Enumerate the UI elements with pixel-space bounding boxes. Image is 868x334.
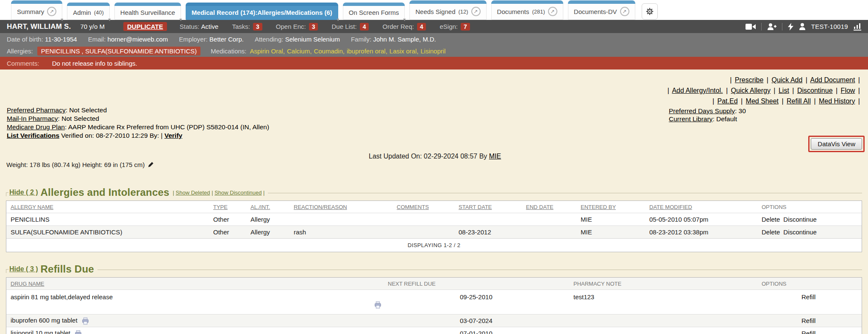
tab-medical-record[interactable]: Medical Record (174):Allergies/Medicatio… xyxy=(186,3,338,20)
tab-documents[interactable]: Documents (281) ↗ xyxy=(491,0,563,20)
status-label: Status: xyxy=(180,23,200,30)
allergy-type: Other xyxy=(209,214,246,224)
refill-row: lisinopril 10 mg tablet 07-01-2010 Refil… xyxy=(6,327,862,334)
tab-admin-count: (40) xyxy=(94,9,104,16)
medication-link[interactable]: Calcium, xyxy=(287,47,312,55)
pharmacy-note xyxy=(569,320,757,322)
tab-summary[interactable]: Summary ↗ xyxy=(11,0,62,20)
tasks-count-badge[interactable]: 3 xyxy=(253,23,262,31)
col-date-modified[interactable]: DATE MODIFIED xyxy=(649,204,692,210)
allergy-end-date xyxy=(522,218,576,221)
gears-icon xyxy=(645,7,654,16)
allergy-start-date xyxy=(454,218,522,221)
discontinue-link[interactable]: Discontinue xyxy=(783,216,816,223)
col-al-int[interactable]: AL./INT. xyxy=(250,204,270,210)
refills-section: Hide ( 3 ) Refills Due DRUG NAME NEXT RE… xyxy=(6,263,862,334)
comments-label: Comments: xyxy=(7,60,39,67)
allergies-badge[interactable]: PENICILLINS , SULFA(SULFONAMIDE ANTIBIOT… xyxy=(37,47,201,56)
col-options: OPTIONS xyxy=(762,204,787,210)
status-value: Active xyxy=(201,23,219,30)
separator: | xyxy=(173,189,174,196)
family-label: Family: xyxy=(351,36,371,43)
print-icon[interactable] xyxy=(75,330,82,334)
external-link-icon[interactable]: ↗ xyxy=(47,7,56,16)
order-req-label: Order Req: xyxy=(382,23,414,30)
show-deleted-link[interactable]: Show Deleted xyxy=(176,189,210,196)
tab-settings-button[interactable] xyxy=(642,3,658,19)
col-comments[interactable]: COMMENTS xyxy=(397,204,429,210)
order-req-count-badge[interactable]: 4 xyxy=(417,23,426,31)
allergies-hide-link[interactable]: Hide ( 2 ) xyxy=(9,189,38,196)
show-discontinued-link[interactable]: Show Discontinued xyxy=(214,189,262,196)
col-entered-by[interactable]: ENTERED BY xyxy=(581,204,616,210)
delete-link[interactable]: Delete xyxy=(762,216,780,223)
refill-link[interactable]: Refill xyxy=(801,330,815,334)
col-end-date[interactable]: END DATE xyxy=(526,204,554,210)
open-enc-label: Open Enc: xyxy=(276,23,306,30)
tab-needs-signed-count: (12) xyxy=(458,8,468,15)
tab-needs-signed-label: Needs Signed xyxy=(415,8,455,15)
medication-link[interactable]: Lisinopril xyxy=(420,47,445,55)
chart-icon[interactable] xyxy=(854,23,861,31)
tab-needs-signed[interactable]: Needs Signed (12) ↗ xyxy=(409,0,486,20)
medication-link[interactable]: ibuprofen oral, xyxy=(347,47,387,55)
external-link-icon[interactable]: ↗ xyxy=(620,7,629,16)
medication-link[interactable]: Lasix oral, xyxy=(389,47,418,55)
col-allergy-name[interactable]: ALLERGY NAME xyxy=(11,204,53,210)
allergy-alint: Allergy xyxy=(246,214,289,224)
tab-documents-dv-label: Documents-DV xyxy=(574,8,617,15)
add-person-icon[interactable] xyxy=(767,23,776,31)
refill-row: ibuprofen 600 mg tablet 03-07-2024 Refil… xyxy=(6,314,862,327)
allergies-section-title: Allergies and Intolerances xyxy=(41,186,170,198)
tab-admin[interactable]: Admin (40) xyxy=(67,3,110,20)
discontinue-link[interactable]: Discontinue xyxy=(783,228,816,236)
demographics-bar: Date of birth: 11-30-1954 Email: horner@… xyxy=(0,33,868,45)
allergy-end-date xyxy=(522,231,576,234)
duplicate-badge[interactable]: DUPLICATE xyxy=(123,22,167,31)
refills-section-title: Refills Due xyxy=(41,263,94,275)
dob-value: 11-30-1954 xyxy=(45,36,77,43)
patient-header-bar: HART, WILLIAM S. 70 y/o M DUPLICATE Stat… xyxy=(0,20,868,33)
print-icon[interactable] xyxy=(82,317,89,325)
open-enc-count-badge[interactable]: 3 xyxy=(309,23,318,31)
refills-table: DRUG NAME NEXT REFILL DUE PHARMACY NOTE … xyxy=(6,277,862,334)
medication-link[interactable]: Aspirin Oral, xyxy=(250,47,285,55)
col-drug-name[interactable]: DRUG NAME xyxy=(11,281,44,287)
person-icon[interactable] xyxy=(799,23,806,30)
col-next-refill-due: NEXT REFILL DUE xyxy=(388,281,436,287)
lightning-icon[interactable] xyxy=(788,23,793,31)
refills-hide-link[interactable]: Hide ( 3 ) xyxy=(9,265,38,273)
attending-label: Attending: xyxy=(255,36,284,43)
col-reaction-reason[interactable]: REACTION/REASON xyxy=(294,204,347,210)
allergies-section-header: Hide ( 2 ) Allergies and Intolerances | … xyxy=(6,186,862,198)
tab-bar: Summary ↗ Admin (40) Health Surveillance… xyxy=(0,0,868,20)
tab-admin-label: Admin xyxy=(73,9,91,16)
medications-label: Medications: xyxy=(211,47,246,55)
esign-label: eSign: xyxy=(440,23,458,30)
tab-documents-dv[interactable]: Documents-DV ↗ xyxy=(568,0,635,20)
patient-id: TEST-10019 xyxy=(811,23,848,30)
video-call-icon[interactable] xyxy=(746,23,756,30)
external-link-icon[interactable]: ↗ xyxy=(548,7,557,16)
employer-value: Better Corp. xyxy=(209,36,244,43)
medication-link[interactable]: Coumadin, xyxy=(314,47,345,55)
displaying-count: DISPLAYING 1-2 / 2 xyxy=(408,242,461,248)
tab-on-screen-forms[interactable]: On Screen Forms xyxy=(343,3,405,20)
print-icon[interactable] xyxy=(374,301,381,309)
refill-link[interactable]: Refill xyxy=(801,293,815,301)
due-list-count-badge[interactable]: 4 xyxy=(360,23,369,31)
external-link-icon[interactable]: ↗ xyxy=(471,7,481,16)
allergies-label: Allergies: xyxy=(7,47,33,55)
tab-health-surveillance[interactable]: Health Surveillance xyxy=(114,3,181,20)
family-value: John M. Sample, M.D. xyxy=(373,36,436,43)
delete-link[interactable]: Delete xyxy=(762,228,780,236)
allergy-entered-by: MIE xyxy=(576,227,645,237)
tab-on-screen-forms-label: On Screen Forms xyxy=(349,9,399,16)
patient-age-sex: 70 y/o M xyxy=(80,23,105,30)
esign-count-badge[interactable]: 7 xyxy=(461,23,470,31)
col-start-date[interactable]: START DATE xyxy=(459,204,492,210)
tab-summary-label: Summary xyxy=(17,8,44,15)
col-type[interactable]: TYPE xyxy=(213,204,228,210)
allergy-name: SULFA(SULFONAMIDE ANTIBIOTICS) xyxy=(6,227,209,237)
refill-link[interactable]: Refill xyxy=(801,317,815,324)
